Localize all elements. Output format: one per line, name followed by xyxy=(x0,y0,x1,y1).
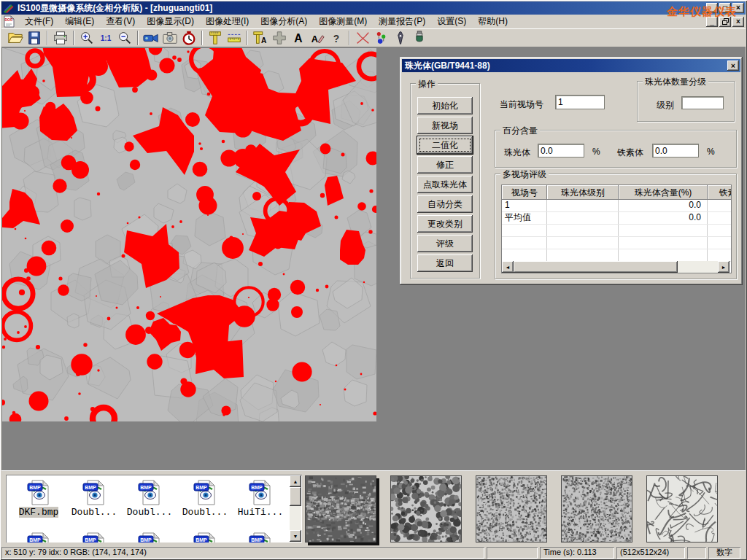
file-item-3[interactable]: BMPDoubl... xyxy=(178,479,232,518)
current-view-label: 当前视场号 xyxy=(500,98,543,111)
menu-item-4[interactable]: 图像处理(I) xyxy=(200,14,255,29)
toolbar-separator xyxy=(73,31,74,45)
menu-item-0[interactable]: 文件(F) xyxy=(19,14,59,29)
toolbar-separator xyxy=(201,31,203,45)
ferrite-input[interactable]: 0.0 xyxy=(652,144,699,158)
camera-icon[interactable] xyxy=(160,30,179,46)
document-icon: DOC xyxy=(3,15,16,28)
op-button-1[interactable]: 新视场 xyxy=(417,117,473,134)
grade-input[interactable] xyxy=(681,96,724,109)
table-hscrollbar[interactable]: ◄ ► xyxy=(502,261,729,273)
scroll-up-icon[interactable]: ▲ xyxy=(290,475,301,487)
curve-tool-icon[interactable] xyxy=(353,30,372,46)
table-col-0: 视场号 xyxy=(502,185,547,200)
menu-item-1[interactable]: 编辑(E) xyxy=(59,14,100,29)
minimize-button[interactable]: _ xyxy=(706,3,718,13)
file-item-4[interactable]: BMPHuiTi... xyxy=(233,479,287,518)
thumbnail-3[interactable] xyxy=(561,475,632,542)
menu-item-5[interactable]: 图像分析(A) xyxy=(255,14,313,29)
file-item-row2-1[interactable]: BMP xyxy=(67,532,121,542)
menu-item-7[interactable]: 测量报告(P) xyxy=(373,14,431,29)
print-icon[interactable] xyxy=(51,30,70,46)
color-dots-icon[interactable] xyxy=(372,30,391,46)
vscroll-thumb[interactable] xyxy=(290,487,301,506)
dialog-title-bar[interactable]: 珠光体(GB/T9441-88) × xyxy=(402,59,740,72)
file-panel: BMPDKF.bmpBMPBMPDoubl...BMPBMPDoubl...BM… xyxy=(1,470,746,545)
toolbar-separator xyxy=(137,31,139,45)
scroll-left-icon[interactable]: ◄ xyxy=(502,261,514,273)
table-cell xyxy=(708,237,732,249)
op-button-0[interactable]: 初始化 xyxy=(417,97,473,114)
timer-icon[interactable] xyxy=(179,30,198,46)
actual-size-icon[interactable]: 1:1 xyxy=(96,30,115,46)
zoom-out-icon[interactable] xyxy=(115,30,134,46)
op-button-2[interactable]: 二值化 xyxy=(417,136,473,154)
toolbar: 1:1AAA? xyxy=(1,28,746,47)
op-button-7[interactable]: 评级 xyxy=(417,235,473,252)
open-folder-icon[interactable] xyxy=(6,30,25,46)
measure-text-icon[interactable]: A xyxy=(251,30,270,46)
dialog-close-icon[interactable]: × xyxy=(727,61,739,71)
table-cell xyxy=(502,225,547,236)
save-icon[interactable] xyxy=(25,30,44,46)
brush-tool-icon[interactable] xyxy=(410,30,429,46)
status-mode: 数字 xyxy=(708,547,740,559)
merge-icon[interactable] xyxy=(270,30,289,46)
svg-text:BMP: BMP xyxy=(140,485,152,490)
menu-item-2[interactable]: 查看(V) xyxy=(100,14,141,29)
table-cell xyxy=(619,225,708,236)
op-button-3[interactable]: 修正 xyxy=(417,156,473,174)
zoom-in-icon[interactable] xyxy=(77,30,96,46)
bmp-file-icon: BMP xyxy=(82,532,107,542)
thumbnail-4[interactable] xyxy=(646,475,718,542)
mdi-restore-button[interactable] xyxy=(719,17,731,27)
file-item-row2-0[interactable]: BMP xyxy=(12,532,66,542)
close-button[interactable]: × xyxy=(732,3,744,13)
bmp-file-icon: BMP xyxy=(248,532,273,542)
file-item-row2-4[interactable]: BMP xyxy=(233,532,287,542)
current-view-input[interactable]: 1 xyxy=(555,95,605,109)
file-item-0[interactable]: BMPDKF.bmp xyxy=(12,479,66,518)
table-row[interactable]: 10.0 xyxy=(502,200,731,212)
bmp-file-icon: BMP xyxy=(137,479,162,505)
file-item-2[interactable]: BMPDoubl... xyxy=(123,479,177,518)
op-button-4[interactable]: 点取珠光体 xyxy=(417,176,473,193)
pearlite-input[interactable]: 0.0 xyxy=(538,144,584,158)
svg-text:BMP: BMP xyxy=(251,537,263,542)
file-item-row2-2[interactable]: BMP xyxy=(123,532,177,542)
pen-tool-icon[interactable] xyxy=(391,30,410,46)
table-row[interactable]: 平均值0.0 xyxy=(502,212,731,225)
op-button-6[interactable]: 更改类别 xyxy=(417,215,473,233)
help-icon[interactable]: ? xyxy=(327,30,346,46)
mdi-minimize-button[interactable]: _ xyxy=(706,17,718,27)
video-camera-icon[interactable] xyxy=(142,30,160,46)
thumbnail-0[interactable] xyxy=(305,475,376,542)
text-icon[interactable]: A xyxy=(289,30,308,46)
caliper-icon[interactable] xyxy=(206,30,225,46)
op-button-5[interactable]: 自动分类 xyxy=(417,195,473,213)
pearlite-unit: % xyxy=(592,147,600,157)
maximize-button[interactable]: □ xyxy=(719,3,731,13)
file-name: Doubl... xyxy=(71,507,117,518)
file-item-1[interactable]: BMPDoubl... xyxy=(67,479,121,518)
annotate-icon[interactable]: A xyxy=(308,30,327,46)
thumbnail-2[interactable] xyxy=(476,475,547,542)
file-list[interactable]: BMPDKF.bmpBMPBMPDoubl...BMPBMPDoubl...BM… xyxy=(6,475,302,542)
menu-item-8[interactable]: 设置(S) xyxy=(431,14,472,29)
file-item-row2-3[interactable]: BMP xyxy=(178,532,232,542)
mdi-close-button[interactable]: × xyxy=(732,17,744,27)
ruler-icon[interactable] xyxy=(225,30,244,46)
scroll-down-icon[interactable]: ▼ xyxy=(290,530,301,542)
menu-item-9[interactable]: 帮助(H) xyxy=(472,14,514,29)
metallographic-image[interactable] xyxy=(2,48,376,421)
table-col-3: 铁素体含量(%) xyxy=(708,185,732,200)
table-col-2: 珠光体含量(%) xyxy=(619,185,708,200)
hscroll-thumb[interactable] xyxy=(514,261,678,273)
menu-item-6[interactable]: 图像测量(M) xyxy=(313,14,373,29)
scroll-right-icon[interactable]: ► xyxy=(718,261,729,273)
thumbnail-1[interactable] xyxy=(390,475,462,542)
table-row xyxy=(502,237,731,249)
op-button-8[interactable]: 返回 xyxy=(417,254,473,272)
menu-item-3[interactable]: 图像显示(D) xyxy=(141,14,200,29)
filelist-vscrollbar[interactable]: ▲ ▼ xyxy=(290,475,301,542)
